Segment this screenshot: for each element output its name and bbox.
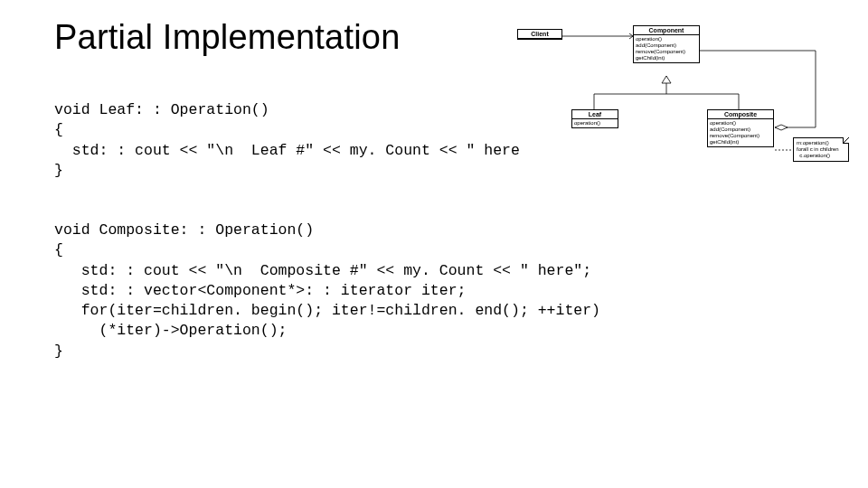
svg-marker-9 <box>775 125 788 130</box>
slide: Partial Implementation void Leaf: : Oper… <box>0 0 868 488</box>
uml-class-leaf: Leaf operation() <box>571 109 618 128</box>
uml-class-composite: Composite operation() add(Component) rem… <box>707 109 774 147</box>
uml-diagram: Client Component operation() add(Compone… <box>508 23 852 191</box>
code-composite-operation: void Composite: : Operation() { std: : c… <box>54 221 814 361</box>
uml-class-client: Client <box>517 29 562 40</box>
uml-class-composite-ops: operation() add(Component) remove(Compon… <box>708 119 773 146</box>
uml-class-leaf-name: Leaf <box>572 110 618 119</box>
uml-class-component-ops: operation() add(Component) remove(Compon… <box>634 35 699 62</box>
uml-class-component: Component operation() add(Component) rem… <box>633 25 700 63</box>
uml-class-component-name: Component <box>634 26 699 35</box>
svg-marker-2 <box>662 76 671 83</box>
uml-note: m:operation() forall c in children c.ope… <box>793 137 849 162</box>
uml-class-composite-name: Composite <box>708 110 773 119</box>
uml-class-client-name: Client <box>518 30 561 39</box>
uml-class-leaf-ops: operation() <box>572 119 618 127</box>
